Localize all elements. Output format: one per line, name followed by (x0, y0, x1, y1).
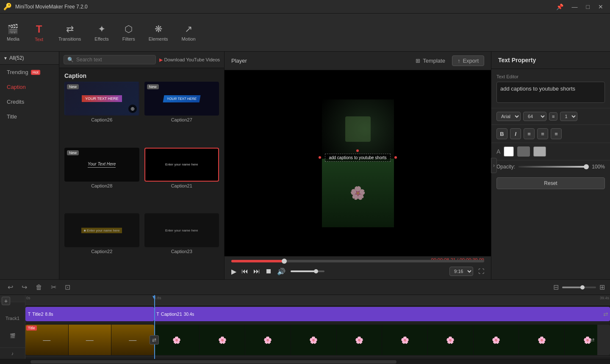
play-button[interactable]: ▶ (231, 267, 236, 276)
toolbar-motion[interactable]: ↗ Motion (175, 20, 202, 45)
nav-credits[interactable]: Credits (0, 94, 59, 109)
timeline-tools-left: ↩ ↪ 🗑 ✂ ⊡ (5, 282, 73, 292)
zoom-in-btn[interactable]: ⊞ (599, 283, 605, 291)
minimize-button[interactable]: — (568, 3, 581, 11)
opacity-row: Opacity: 100% (491, 160, 610, 173)
toolbar-filters[interactable]: ⬡ Filters (116, 20, 142, 45)
caption21-duration: 30.4s (184, 312, 194, 317)
search-input[interactable] (76, 57, 152, 63)
caption-thumb-22[interactable]: ■ Enter your name here (64, 213, 139, 247)
title2-clip[interactable]: T Title2 8.8s (25, 307, 154, 321)
opacity-handle[interactable] (584, 164, 589, 169)
delete-btn[interactable]: 🗑 (33, 282, 45, 292)
audio-icon: ♪ (11, 351, 14, 356)
stroke-color-swatch[interactable] (517, 146, 530, 157)
cut-btn[interactable]: ✂ (48, 282, 59, 292)
caption-thumb-27[interactable]: New YOUR TEXT HERE (144, 82, 219, 116)
fullscreen-btn[interactable]: ⛶ (478, 268, 484, 275)
panel-header[interactable]: ▼ All(52) (0, 52, 59, 65)
spacing-select[interactable]: 1 (560, 112, 577, 121)
size-select[interactable]: 64 (523, 112, 546, 121)
caption-card-23[interactable]: Enter your name here Caption23 (144, 213, 219, 274)
timeline-scrollbar[interactable] (0, 359, 610, 364)
toolbar-effects[interactable]: ✦ Effects (88, 20, 115, 45)
video-track-swap[interactable]: ⇄ (590, 336, 595, 343)
playhead[interactable] (154, 295, 155, 359)
align-right-btn[interactable]: ≡ (551, 128, 562, 139)
text-editor-area[interactable]: add captions to youtube shorts (496, 82, 605, 103)
toolbar-elements[interactable]: ❋ Elements (142, 20, 175, 45)
italic-btn[interactable]: I (510, 128, 521, 139)
caption21-clip[interactable]: T Caption21 30.4s (154, 307, 610, 321)
video-segment-2[interactable]: 🌸 🌸 🌸 🌸 🌸 🌸 🌸 🌸 🌸 🌸 (154, 325, 610, 355)
undo-btn[interactable]: ↩ (5, 282, 16, 292)
maximize-button[interactable]: □ (583, 3, 593, 11)
track-audio-label: ♪ (0, 347, 25, 359)
font-select[interactable]: Arial (496, 112, 521, 121)
bg-color-swatch[interactable] (533, 146, 546, 157)
scrollbar-thumb[interactable] (30, 360, 396, 364)
bold-btn[interactable]: B (496, 128, 507, 139)
junction-swap-btn[interactable]: ⇄ (150, 335, 159, 345)
template-btn[interactable]: ⊞ Template (416, 58, 445, 64)
left-panel: ▼ All(52) Trending Hot Caption Credits T… (0, 52, 59, 279)
reset-btn[interactable]: Reset (496, 177, 605, 189)
nav-title[interactable]: Title (0, 109, 59, 124)
caption-card-21[interactable]: Enter your name here Caption21 (144, 148, 219, 209)
next-button[interactable]: ⏭ (253, 267, 260, 275)
caption-thumb-26[interactable]: New YOUR TEXT HERE ⊕ (64, 82, 139, 116)
stop-button[interactable]: ⏹ (265, 267, 272, 275)
pin-button[interactable]: 📌 (553, 3, 567, 11)
text-color-swatch[interactable] (504, 146, 514, 157)
opacity-value: 100% (590, 164, 605, 170)
cap26-text: YOUR TEXT HERE (82, 95, 122, 102)
hot-badge: Hot (31, 70, 40, 75)
handle-top (356, 149, 359, 152)
add-track-btn[interactable]: + (2, 297, 10, 305)
nav-caption[interactable]: Caption (0, 80, 59, 94)
prev-button[interactable]: ⏮ (241, 267, 248, 275)
align-center-btn[interactable]: ≡ (537, 128, 548, 139)
format-row-1: Arial 64 ≡ 1 (491, 108, 610, 125)
caption-thumb-23[interactable]: Enter your name here (144, 213, 219, 247)
title-label: Title (7, 113, 17, 120)
volume-icon[interactable]: 🔊 (277, 267, 286, 276)
crop-btn[interactable]: ⊡ (62, 282, 73, 292)
search-box[interactable]: 🔍 (64, 55, 156, 64)
list-btn[interactable]: ≡ (549, 112, 557, 121)
nav-trending[interactable]: Trending Hot (0, 65, 59, 80)
progress-handle[interactable] (282, 259, 287, 264)
text-track-swap[interactable]: ⇄ (603, 311, 608, 317)
panel-collapse-arrow[interactable]: › (491, 158, 497, 173)
volume-slider[interactable] (291, 270, 324, 272)
toolbar-transitions[interactable]: ⇄ Transitions (52, 20, 88, 45)
zoom-out-btn[interactable]: ⊟ (553, 283, 559, 291)
opacity-slider[interactable] (518, 166, 586, 168)
caption-card-22[interactable]: ■ Enter your name here Caption22 (64, 213, 139, 274)
export-btn[interactable]: ↑ Export (452, 55, 484, 66)
caption-card-27[interactable]: New YOUR TEXT HERE Caption27 (144, 82, 219, 143)
add-btn-26[interactable]: ⊕ (128, 105, 137, 113)
toolbar-text[interactable]: T Text (26, 20, 52, 45)
redo-btn[interactable]: ↪ (19, 282, 30, 292)
timeline-content: + Track1 🎬 ♪ 0s 8.8s 39.4s (0, 295, 610, 359)
ruler-39s: 39.4s (600, 296, 609, 300)
zoom-slider[interactable] (562, 287, 596, 288)
video-segment-1[interactable]: — — — (25, 325, 154, 355)
align-left-btn[interactable]: ≡ (524, 128, 535, 139)
toolbar-media[interactable]: 🎬 Media (0, 20, 26, 45)
controls-row: ▶ ⏮ ⏭ ⏹ 🔊 9:16 ⛶ (231, 267, 484, 276)
caption-label-23: Caption23 (144, 249, 219, 254)
download-youtube-btn[interactable]: ▶ Download YouTube Videos (159, 57, 220, 63)
caption-thumb-21[interactable]: Enter your name here (144, 148, 219, 182)
caption-card-26[interactable]: New YOUR TEXT HERE ⊕ Caption26 (64, 82, 139, 143)
close-button[interactable]: ✕ (595, 3, 607, 11)
caption-thumb-28[interactable]: New Your Text Here (64, 148, 139, 182)
volume-handle[interactable] (314, 269, 318, 273)
text-overlay[interactable]: add captions to youtube shorts (325, 154, 390, 162)
progress-bar[interactable] (231, 260, 484, 262)
cap23-text: Enter your name here (163, 228, 200, 233)
zoom-handle[interactable] (580, 285, 585, 290)
caption-card-28[interactable]: New Your Text Here Caption28 (64, 148, 139, 209)
aspect-ratio-select[interactable]: 9:16 (449, 267, 473, 276)
